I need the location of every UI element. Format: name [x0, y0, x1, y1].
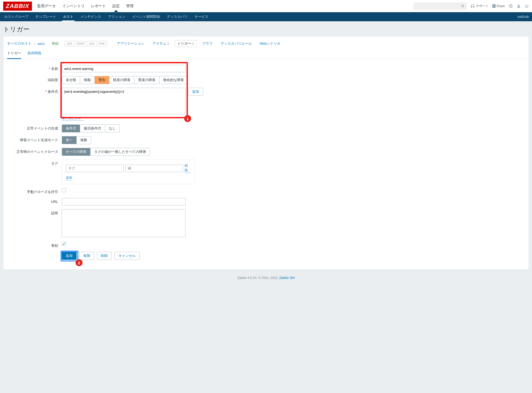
search-icon: [461, 4, 465, 8]
subnav-item[interactable]: ホスト: [62, 12, 75, 21]
okgen-option[interactable]: 条件式: [62, 125, 80, 132]
footer: Zabbix 4.0.24. © 2001–2020, Zabbix SIA: [0, 270, 532, 286]
interface-indicator: IPMI: [97, 41, 107, 46]
severity-option[interactable]: 致命的な障害: [159, 76, 188, 84]
label-description: 説明: [7, 209, 62, 216]
probmode-option[interactable]: 複数: [77, 136, 91, 144]
subnav-item[interactable]: イベント相関関係: [131, 12, 161, 21]
footer-link[interactable]: Zabbix SIA: [279, 276, 295, 280]
severity-option[interactable]: 軽度の障害: [109, 76, 134, 84]
annotation-badge-2: 2: [76, 259, 83, 266]
breadcrumb-host[interactable]: win1: [38, 42, 45, 46]
label-name: 名前: [7, 65, 62, 71]
expression-add-button[interactable]: 追加: [188, 88, 203, 96]
tag-name-input[interactable]: [66, 165, 124, 172]
host-tab[interactable]: グラフ: [200, 40, 215, 47]
current-user: toddzab: [517, 15, 529, 19]
page-title: トリガー: [3, 25, 529, 34]
z-badge-icon: Z: [492, 4, 496, 8]
add-button[interactable]: 追加: [62, 252, 77, 260]
breadcrumb-separator: /: [34, 42, 35, 46]
severity-option[interactable]: 警告: [95, 76, 109, 84]
tag-remove-link[interactable]: 削除: [185, 164, 191, 173]
host-tab[interactable]: アイテム1: [150, 40, 171, 47]
share-link[interactable]: Z Share: [492, 4, 505, 8]
subnav-item[interactable]: サービス: [193, 12, 209, 21]
question-icon: [509, 4, 513, 8]
label-ok-generation: 正常イベントの生成: [7, 124, 62, 131]
severity-option[interactable]: 情報: [80, 76, 95, 84]
subnav-item[interactable]: ディスカバリ: [166, 12, 189, 21]
interface-indicator: ZBX: [65, 41, 74, 46]
label-url: URL: [7, 198, 62, 204]
cancel-button[interactable]: キャンセル: [114, 252, 140, 260]
expression-builder-link[interactable]: 条件式ビルダー: [62, 116, 84, 121]
clone-button[interactable]: 複製: [79, 252, 94, 260]
severity-option[interactable]: 重度の障害: [134, 76, 159, 84]
topnav-item[interactable]: レポート: [90, 1, 106, 12]
topnav-item[interactable]: 管理: [126, 1, 134, 12]
tag-add-link[interactable]: 追加: [66, 175, 72, 180]
host-tab[interactable]: アプリケーション: [115, 40, 147, 47]
okgen-option[interactable]: 復旧条件式: [80, 125, 105, 132]
okclose-option[interactable]: すべての障害: [62, 148, 90, 156]
headset-icon: [471, 4, 475, 8]
host-tab[interactable]: ディスカバリルール: [218, 40, 254, 47]
okclose-option[interactable]: タグの値が一致したすべての障害: [90, 148, 150, 156]
power-icon: [525, 4, 529, 8]
support-link[interactable]: サポート: [471, 4, 489, 8]
host-tab[interactable]: トリガー1: [175, 40, 196, 47]
interface-indicator: SNMP: [75, 41, 87, 46]
user-link[interactable]: [517, 4, 521, 8]
user-icon: [517, 4, 521, 8]
manual-close-checkbox[interactable]: [62, 188, 66, 192]
label-ok-close: 正常時のイベントクローズ: [7, 148, 62, 154]
subnav-item[interactable]: テンプレート: [34, 12, 57, 21]
logo[interactable]: ZABBIX: [3, 2, 32, 11]
label-expression: 条件式: [7, 88, 62, 94]
label-severity: 深刻度: [7, 76, 62, 82]
description-textarea[interactable]: [62, 209, 185, 237]
severity-option[interactable]: 未分類: [62, 76, 80, 84]
label-manual-close: 手動クローズを許可: [7, 188, 62, 194]
okgen-option[interactable]: なし: [105, 125, 119, 132]
host-status-enabled: 有効: [52, 41, 59, 46]
expression-textarea[interactable]: {win1:eventlog[system].logseverity()}=2: [62, 88, 185, 114]
delete-button[interactable]: 削除: [97, 252, 112, 260]
label-enabled: 有効: [7, 242, 62, 248]
interface-indicator: JMX: [87, 41, 97, 46]
help-link[interactable]: [509, 4, 513, 8]
form-tab[interactable]: トリガー: [7, 51, 21, 59]
logout-link[interactable]: [525, 4, 529, 8]
tag-value-input[interactable]: [125, 165, 183, 172]
form-tab[interactable]: 依存関係: [27, 51, 41, 59]
enabled-checkbox[interactable]: [62, 242, 66, 246]
subnav-item[interactable]: メンテナンス: [79, 12, 102, 21]
label-problem-mode: 障害イベント生成モード: [7, 136, 62, 143]
url-input[interactable]: [62, 198, 185, 206]
host-tab[interactable]: Webシナリオ: [258, 40, 283, 47]
label-tags: タグ: [7, 160, 62, 166]
topnav-item[interactable]: インベントリ: [62, 1, 85, 12]
breadcrumb-all-hosts[interactable]: すべてのホスト: [7, 41, 31, 46]
search-input-wrapper[interactable]: [414, 2, 467, 10]
topnav-item[interactable]: 設定: [112, 1, 120, 12]
probmode-option[interactable]: 単一: [62, 136, 77, 144]
name-input[interactable]: [62, 65, 185, 72]
subnav-item[interactable]: アクション: [107, 12, 126, 21]
topnav-item[interactable]: 監視データ: [37, 1, 56, 12]
subnav-item[interactable]: ホストグループ: [3, 12, 30, 21]
